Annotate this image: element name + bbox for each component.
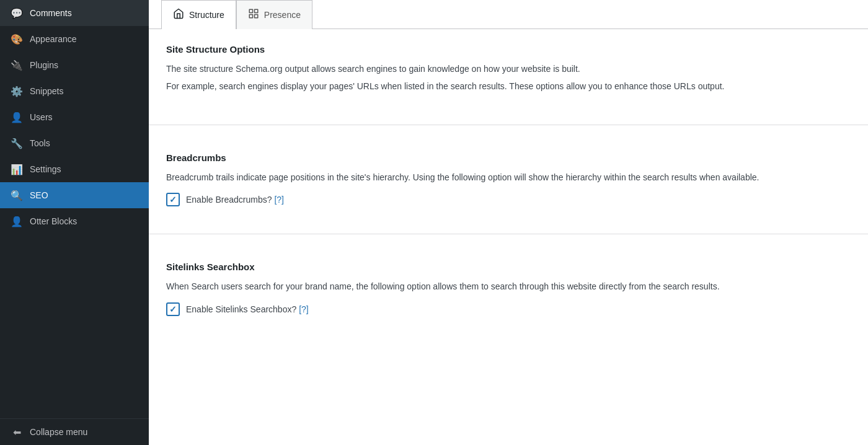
svg-rect-1 bbox=[254, 9, 257, 12]
content-area: Structure Presence Site Structure Option… bbox=[149, 0, 868, 445]
sitelinks-desc: When Search users search for your brand … bbox=[166, 280, 851, 293]
tab-structure-label: Structure bbox=[189, 10, 224, 20]
site-structure-desc2: For example, search engines display your… bbox=[166, 79, 851, 93]
sitelinks-section: Sitelinks Searchbox When Search users se… bbox=[149, 247, 868, 330]
tools-icon: 🔧 bbox=[10, 136, 24, 150]
breadcrumbs-checkbox-row: ✓ Enable Breadcrumbs? [?] bbox=[166, 193, 851, 206]
breadcrumbs-help-link[interactable]: [?] bbox=[274, 195, 284, 205]
tab-presence-label: Presence bbox=[264, 10, 301, 20]
tab-structure[interactable]: Structure bbox=[161, 0, 236, 29]
sidebar-item-label: Tools bbox=[30, 138, 50, 148]
sidebar-item-snippets[interactable]: ⚙️ Snippets bbox=[0, 78, 149, 104]
main-content: Structure Presence Site Structure Option… bbox=[149, 0, 868, 445]
sidebar-item-label: SEO bbox=[30, 190, 48, 200]
sitelinks-title: Sitelinks Searchbox bbox=[166, 262, 851, 272]
svg-rect-0 bbox=[249, 9, 252, 12]
svg-rect-2 bbox=[249, 15, 252, 18]
comments-icon: 💬 bbox=[10, 6, 24, 20]
enable-sitelinks-checkbox[interactable]: ✓ bbox=[166, 302, 180, 316]
sidebar-item-label: Snippets bbox=[30, 86, 63, 96]
breadcrumbs-desc: Breadcrumb trails indicate page position… bbox=[166, 170, 851, 184]
collapse-menu-label: Collapse menu bbox=[30, 427, 87, 437]
site-structure-section: Site Structure Options The site structur… bbox=[149, 29, 868, 112]
appearance-icon: 🎨 bbox=[10, 32, 24, 46]
seo-icon: 🔍 bbox=[10, 188, 24, 202]
site-structure-desc1: The site structure Schema.org output all… bbox=[166, 62, 851, 76]
collapse-icon: ⬅ bbox=[10, 425, 24, 439]
collapse-menu-button[interactable]: ⬅ Collapse menu bbox=[0, 418, 149, 445]
sidebar-item-settings[interactable]: 📊 Settings bbox=[0, 156, 149, 182]
sidebar-item-otter-blocks[interactable]: 👤 Otter Blocks bbox=[0, 208, 149, 234]
breadcrumbs-label: Enable Breadcrumbs? [?] bbox=[186, 195, 284, 205]
divider-1 bbox=[149, 125, 868, 125]
tabs-bar: Structure Presence bbox=[149, 0, 868, 29]
sitelinks-checkbox-row: ✓ Enable Sitelinks Searchbox? [?] bbox=[166, 302, 851, 316]
sidebar-item-label: Users bbox=[30, 112, 53, 122]
sidebar-item-label: Otter Blocks bbox=[30, 216, 77, 226]
sidebar-item-users[interactable]: 👤 Users bbox=[0, 104, 149, 130]
sitelinks-help-link[interactable]: [?] bbox=[299, 304, 309, 314]
site-structure-title: Site Structure Options bbox=[166, 44, 851, 55]
snippets-icon: ⚙️ bbox=[10, 84, 24, 98]
sidebar-item-label: Comments bbox=[30, 8, 72, 18]
breadcrumbs-checkmark: ✓ bbox=[169, 195, 177, 205]
settings-icon: 📊 bbox=[10, 162, 24, 176]
sitelinks-label: Enable Sitelinks Searchbox? [?] bbox=[186, 304, 309, 314]
plugins-icon: 🔌 bbox=[10, 58, 24, 72]
presence-tab-icon bbox=[248, 8, 259, 22]
sidebar-item-appearance[interactable]: 🎨 Appearance bbox=[0, 26, 149, 52]
enable-breadcrumbs-checkbox[interactable]: ✓ bbox=[166, 193, 180, 206]
sidebar-item-seo[interactable]: 🔍 SEO bbox=[0, 182, 149, 208]
breadcrumbs-title: Breadcrumbs bbox=[166, 152, 851, 163]
sitelinks-checkmark: ✓ bbox=[169, 304, 177, 314]
sidebar-item-tools[interactable]: 🔧 Tools bbox=[0, 130, 149, 156]
breadcrumbs-section: Breadcrumbs Breadcrumb trails indicate p… bbox=[149, 138, 868, 221]
svg-rect-3 bbox=[254, 15, 257, 18]
sidebar-item-label: Plugins bbox=[30, 60, 58, 70]
tab-presence[interactable]: Presence bbox=[236, 0, 312, 29]
sidebar-item-comments[interactable]: 💬 Comments bbox=[0, 0, 149, 26]
otter-blocks-icon: 👤 bbox=[10, 214, 24, 228]
sidebar-item-label: Settings bbox=[30, 164, 61, 174]
divider-2 bbox=[149, 234, 868, 234]
users-icon: 👤 bbox=[10, 110, 24, 124]
sidebar: 💬 Comments 🎨 Appearance 🔌 Plugins ⚙️ Sni… bbox=[0, 0, 149, 445]
sidebar-item-label: Appearance bbox=[30, 34, 77, 44]
structure-tab-icon bbox=[173, 8, 184, 22]
sidebar-item-plugins[interactable]: 🔌 Plugins bbox=[0, 52, 149, 78]
